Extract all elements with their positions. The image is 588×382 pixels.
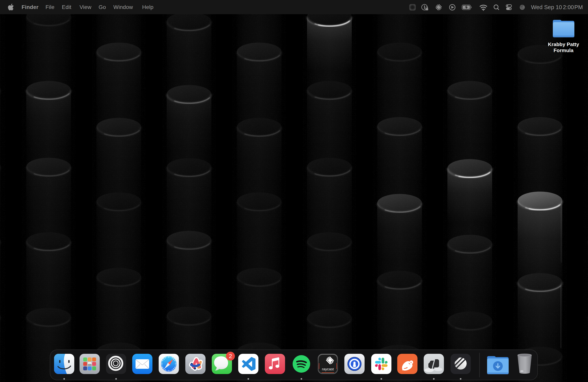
- svg-text:raycast: raycast: [322, 367, 334, 371]
- svg-text:2:00 PM: 2:00 PM: [563, 4, 583, 10]
- svg-text:Wed Sep 10: Wed Sep 10: [531, 4, 562, 10]
